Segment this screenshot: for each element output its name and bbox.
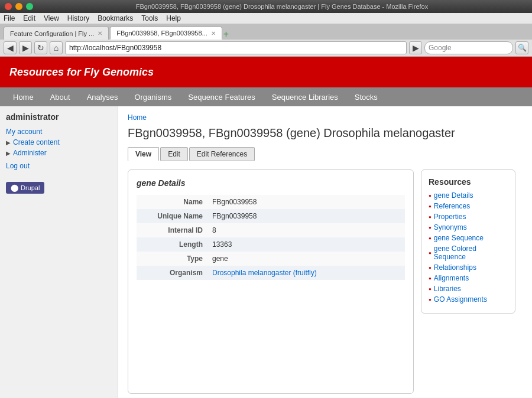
- list-item: gene Colored Sequence: [429, 244, 508, 261]
- breadcrumb[interactable]: Home: [128, 113, 523, 122]
- browser-tabs: Feature Configuration | Fly ... ✕ FBgn00…: [0, 24, 532, 40]
- page-title: FBgn0039958, FBgn0039958 (gene) Drosophi…: [128, 126, 523, 140]
- gene-panel-title: gene Details: [137, 178, 405, 188]
- tab2-close-icon[interactable]: ✕: [211, 30, 216, 37]
- resource-link[interactable]: Synonyms: [434, 223, 467, 231]
- menu-file[interactable]: File: [4, 14, 15, 22]
- search-placeholder: Google: [429, 44, 452, 52]
- list-item: gene Details: [429, 191, 508, 200]
- resource-link[interactable]: Libraries: [434, 285, 461, 293]
- list-item: References: [429, 202, 508, 210]
- detail-value: Drosophila melanogaster (fruitfly): [207, 266, 405, 280]
- detail-value: FBgn0039958: [207, 195, 405, 209]
- nav-about[interactable]: About: [42, 87, 79, 106]
- main-nav: Home About Analyses Organisms Sequence F…: [0, 87, 532, 106]
- sidebar-logout[interactable]: Log out: [6, 162, 112, 170]
- nav-sequence-features[interactable]: Sequence Features: [180, 87, 263, 106]
- window-min-btn[interactable]: [15, 3, 22, 10]
- forward-button[interactable]: ▶: [19, 41, 32, 54]
- detail-label: Internal ID: [137, 223, 207, 237]
- menu-history[interactable]: History: [67, 14, 89, 22]
- search-icon[interactable]: 🔍: [515, 41, 528, 54]
- menu-help[interactable]: Help: [166, 14, 181, 22]
- page-content-row: gene Details NameFBgn0039958Unique NameF…: [128, 169, 523, 394]
- nav-home[interactable]: Home: [5, 87, 42, 106]
- sidebar-username: administrator: [6, 112, 112, 122]
- detail-value: gene: [207, 252, 405, 266]
- create-content-label: Create content: [13, 138, 60, 146]
- list-item: GO Assignments: [429, 295, 508, 304]
- content-tabs: View Edit Edit References: [128, 147, 523, 161]
- detail-value-link[interactable]: Drosophila melanogaster (fruitfly): [212, 269, 317, 277]
- main-content: Home FBgn0039958, FBgn0039958 (gene) Dro…: [118, 106, 532, 398]
- resource-link[interactable]: Alignments: [434, 274, 469, 282]
- resource-link[interactable]: Relationships: [434, 263, 476, 272]
- tab-edit[interactable]: Edit: [160, 147, 188, 161]
- menu-tools[interactable]: Tools: [141, 14, 158, 22]
- detail-label: Type: [137, 252, 207, 266]
- nav-stocks[interactable]: Stocks: [346, 87, 386, 106]
- go-button[interactable]: ▶: [409, 41, 422, 54]
- drupal-badge: ⬤ Drupal: [6, 182, 44, 194]
- new-tab-button[interactable]: +: [223, 29, 229, 40]
- resource-link[interactable]: gene Sequence: [434, 234, 484, 242]
- address-text: http://localhost/FBgn0039958: [69, 44, 161, 52]
- nav-organisms[interactable]: Organisms: [126, 87, 180, 106]
- os-titlebar: FBgn0039958, FBgn0039958 (gene) Drosophi…: [0, 0, 532, 13]
- window-close-btn[interactable]: [5, 3, 12, 10]
- menu-bookmarks[interactable]: Bookmarks: [98, 14, 133, 22]
- tab2-label: FBgn0039958, FBgn0039958...: [116, 30, 207, 37]
- administer-label: Administer: [13, 149, 47, 157]
- detail-label: Organism: [137, 266, 207, 280]
- reload-button[interactable]: ↻: [34, 41, 47, 54]
- list-item: Synonyms: [429, 223, 508, 231]
- page-wrapper: Resources for Fly Genomics Home About An…: [0, 57, 532, 398]
- tab-view[interactable]: View: [128, 147, 159, 161]
- home-button[interactable]: ⌂: [50, 41, 63, 54]
- drupal-label: Drupal: [21, 184, 40, 191]
- create-content-arrow-icon: ▶: [6, 139, 11, 146]
- window-title: FBgn0039958, FBgn0039958 (gene) Drosophi…: [37, 3, 527, 10]
- sidebar-my-account[interactable]: My account: [6, 126, 112, 137]
- list-item: Libraries: [429, 285, 508, 293]
- resource-link[interactable]: gene Details: [434, 191, 473, 200]
- resource-link[interactable]: gene Colored Sequence: [434, 244, 508, 261]
- administer-arrow-icon: ▶: [6, 150, 11, 156]
- detail-label: Unique Name: [137, 209, 207, 223]
- detail-value: 8: [207, 223, 405, 237]
- detail-value: FBgn0039958: [207, 209, 405, 223]
- gene-details-table: NameFBgn0039958Unique NameFBgn0039958Int…: [137, 195, 405, 280]
- drupal-icon: ⬤: [11, 184, 18, 192]
- menu-edit[interactable]: Edit: [23, 14, 35, 22]
- browser-menubar: File Edit View History Bookmarks Tools H…: [0, 13, 532, 24]
- window-max-btn[interactable]: [26, 3, 33, 10]
- browser-tab-2[interactable]: FBgn0039958, FBgn0039958... ✕: [110, 27, 222, 40]
- detail-label: Name: [137, 195, 207, 209]
- list-item: Alignments: [429, 274, 508, 282]
- browser-tab-1[interactable]: Feature Configuration | Fly ... ✕: [4, 27, 109, 40]
- detail-value: 13363: [207, 237, 405, 252]
- nav-sequence-libraries[interactable]: Sequence Libraries: [264, 87, 346, 106]
- sidebar: administrator My account ▶ Create conten…: [0, 106, 118, 398]
- resource-link[interactable]: References: [434, 202, 470, 210]
- sidebar-administer[interactable]: ▶ Administer: [6, 148, 112, 158]
- tab1-label: Feature Configuration | Fly ...: [10, 30, 94, 37]
- content-area: administrator My account ▶ Create conten…: [0, 106, 532, 398]
- resources-sidebar: Resources gene DetailsReferencesProperti…: [421, 169, 515, 314]
- detail-label: Length: [137, 237, 207, 252]
- back-button[interactable]: ◀: [4, 41, 17, 54]
- site-title: Resources for Fly Genomics: [9, 66, 154, 79]
- site-header: Resources for Fly Genomics: [0, 57, 532, 87]
- address-bar[interactable]: http://localhost/FBgn0039958: [65, 41, 407, 54]
- tab-edit-references[interactable]: Edit References: [189, 147, 255, 161]
- browser-toolbar: ◀ ▶ ↻ ⌂ http://localhost/FBgn0039958 ▶ G…: [0, 40, 532, 57]
- tab1-close-icon[interactable]: ✕: [98, 30, 102, 37]
- resource-link[interactable]: Properties: [434, 213, 466, 221]
- resource-link[interactable]: GO Assignments: [434, 295, 487, 304]
- search-bar[interactable]: Google: [424, 41, 513, 54]
- menu-view[interactable]: View: [44, 14, 59, 22]
- nav-analyses[interactable]: Analyses: [79, 87, 126, 106]
- resources-title: Resources: [429, 177, 508, 187]
- sidebar-create-content[interactable]: ▶ Create content: [6, 137, 112, 148]
- list-item: Relationships: [429, 263, 508, 272]
